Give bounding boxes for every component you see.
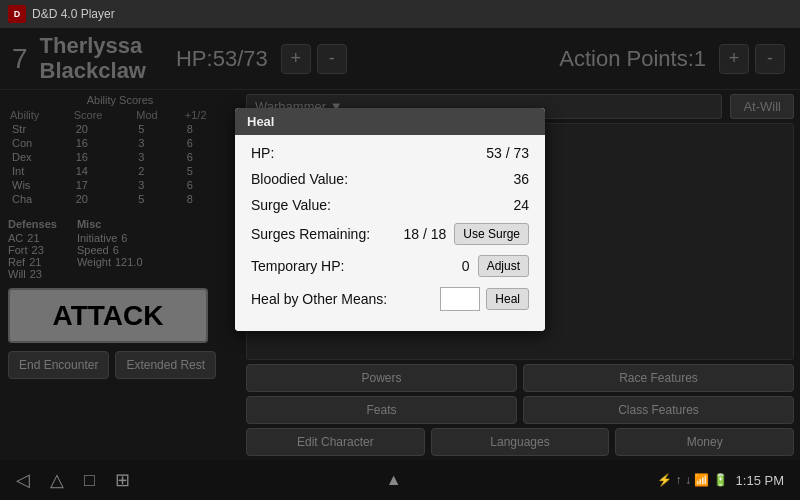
heal-other-label: Heal by Other Means: [251,291,436,307]
temp-hp-value: 0 [462,258,470,274]
hp-row: HP: 53 / 73 [251,145,529,161]
surge-value: 24 [513,197,529,213]
bloodied-label: Bloodied Value: [251,171,513,187]
main-area: 7 Therlyssa Blackclaw HP:53/73 + - Actio… [0,28,800,460]
heal-dialog-title: Heal [235,108,545,135]
app-icon: D [8,5,26,23]
app-title: D&D 4.0 Player [32,7,115,21]
grid-button[interactable]: ⊞ [115,469,130,491]
status-icons: ⚡ ↑ ↓ 📶 🔋 [657,473,727,487]
heal-other-row: Heal by Other Means: Heal [251,287,529,311]
surges-remaining-row: Surges Remaining: 18 / 18 Use Surge [251,223,529,245]
nav-bar: ◁ △ □ ⊞ ▲ ⚡ ↑ ↓ 📶 🔋 1:15 PM [0,460,800,500]
bloodied-row: Bloodied Value: 36 [251,171,529,187]
heal-button[interactable]: Heal [486,288,529,310]
hp-current-value: 53 / 73 [486,145,529,161]
surge-value-row: Surge Value: 24 [251,197,529,213]
surge-label: Surge Value: [251,197,513,213]
surges-remaining-value: 18 / 18 [403,226,446,242]
title-bar: D D&D 4.0 Player [0,0,800,28]
status-time: 1:15 PM [736,473,784,488]
nav-left: ◁ △ □ ⊞ [16,469,130,491]
home-button[interactable]: △ [50,469,64,491]
nav-right: ⚡ ↑ ↓ 📶 🔋 1:15 PM [657,473,784,488]
surges-remaining-label: Surges Remaining: [251,226,403,242]
recent-button[interactable]: □ [84,470,95,491]
heal-dialog-body: HP: 53 / 73 Bloodied Value: 36 Surge Val… [235,135,545,331]
bloodied-value: 36 [513,171,529,187]
nav-up-button[interactable]: ▲ [386,471,402,489]
back-button[interactable]: ◁ [16,469,30,491]
heal-dialog: Heal HP: 53 / 73 Bloodied Value: 36 Surg… [235,108,545,331]
temp-hp-row: Temporary HP: 0 Adjust [251,255,529,277]
hp-label: HP: [251,145,486,161]
heal-other-input[interactable] [440,287,480,311]
temp-hp-label: Temporary HP: [251,258,462,274]
adjust-button[interactable]: Adjust [478,255,529,277]
use-surge-button[interactable]: Use Surge [454,223,529,245]
